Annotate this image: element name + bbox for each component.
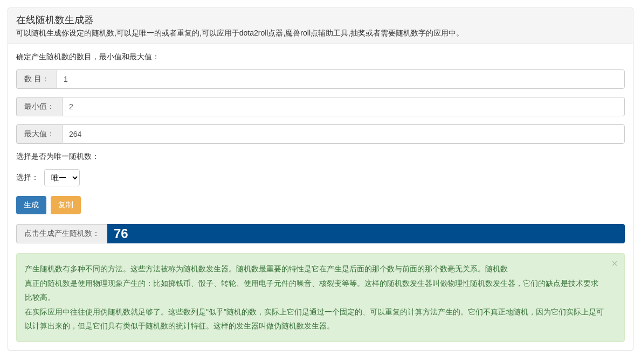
main-panel: 在线随机数生成器 可以随机生成你设定的随机数,可以是唯一的或者重复的,可以应用于… [8, 8, 633, 351]
result-label: 点击生成产生随机数： [16, 224, 107, 243]
close-icon[interactable]: × [611, 258, 618, 269]
page-subtitle: 可以随机生成你设定的随机数,可以是唯一的或者重复的,可以应用于dota2roll… [16, 29, 625, 38]
min-input-group: 最小值： [16, 97, 625, 116]
panel-body: 确定产生随机数的数目，最小值和最大值： 数 目： 最小值： 最大值： 选择是否为… [8, 44, 633, 350]
count-input-group: 数 目： [16, 69, 625, 89]
count-label: 数 目： [16, 69, 57, 89]
info-alert: × 产生随机数有多种不同的方法。这些方法被称为随机数发生器。随机数最重要的特性是… [16, 253, 625, 342]
unique-select[interactable]: 唯一 [44, 169, 80, 186]
min-label: 最小值： [16, 97, 62, 116]
select-label: 选择： [16, 173, 39, 183]
result-value: 76 [107, 224, 625, 243]
panel-heading: 在线随机数生成器 可以随机生成你设定的随机数,可以是唯一的或者重复的,可以应用于… [8, 8, 633, 44]
info-paragraph-3: 在实际应用中往往使用伪随机数就足够了。这些数列是"似乎"随机的数，实际上它们是通… [25, 305, 605, 333]
max-input[interactable] [62, 124, 625, 144]
min-input[interactable] [62, 97, 625, 116]
result-group: 点击生成产生随机数： 76 [16, 224, 625, 243]
count-input[interactable] [57, 69, 625, 89]
info-paragraph-1: 产生随机数有多种不同的方法。这些方法被称为随机数发生器。随机数最重要的特性是它在… [25, 262, 605, 276]
form-instruction: 确定产生随机数的数目，最小值和最大值： [16, 52, 625, 62]
info-paragraph-2: 真正的随机数是使用物理现象产生的：比如掷钱币、骰子、转轮、使用电子元件的噪音、核… [25, 276, 605, 305]
select-row: 选择： 唯一 [16, 169, 625, 186]
max-input-group: 最大值： [16, 124, 625, 144]
copy-button[interactable]: 复制 [51, 196, 81, 214]
page-title: 在线随机数生成器 [16, 13, 625, 26]
unique-prompt: 选择是否为唯一随机数： [16, 152, 625, 162]
button-row: 生成 复制 [16, 196, 625, 214]
generate-button[interactable]: 生成 [16, 196, 46, 214]
max-label: 最大值： [16, 124, 62, 144]
